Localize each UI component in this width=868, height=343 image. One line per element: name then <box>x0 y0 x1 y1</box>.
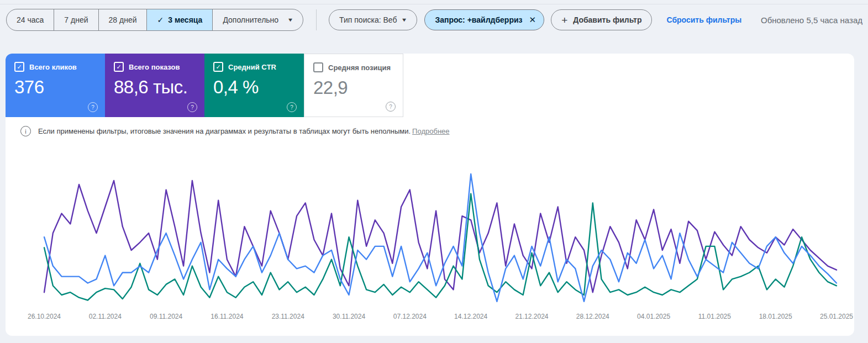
reset-filters-link[interactable]: Сбросить фильтры <box>666 15 741 24</box>
metric-card-header: ✓Средний CTR <box>213 62 295 72</box>
help-icon[interactable]: ? <box>187 102 197 112</box>
x-axis-label: 11.01.2025 <box>698 313 731 320</box>
date-range-option-2[interactable]: 7 дней <box>54 9 98 30</box>
metric-value: 22,9 <box>313 77 394 98</box>
x-axis-label: 07.12.2024 <box>393 313 427 320</box>
info-banner: i Если применены фильтры, итоговые значе… <box>20 126 854 136</box>
x-axis-label: 18.01.2025 <box>759 313 792 320</box>
chevron-down-icon: ▼ <box>401 17 408 23</box>
help-icon[interactable]: ? <box>287 102 297 112</box>
x-axis-label: 02.11.2024 <box>89 313 122 320</box>
checked-checkbox[interactable]: ✓ <box>114 62 124 72</box>
info-banner-text: Если применены фильтры, итоговые значени… <box>38 127 450 135</box>
metric-card-impressions[interactable]: ✓Всего показов88,6 тыс.? <box>105 54 204 117</box>
metric-label: Средняя позиция <box>328 64 391 72</box>
add-filter-button[interactable]: + Добавить фильтр <box>551 9 652 30</box>
metric-card-header: Средняя позиция <box>313 62 394 72</box>
filter-toolbar: 24 часа7 дней28 дней✓3 месяцаДополнитель… <box>6 9 862 31</box>
date-range-label: 24 часа <box>17 15 44 24</box>
checked-checkbox[interactable]: ✓ <box>213 62 223 72</box>
x-axis: 26.10.202402.11.202409.11.202416.11.2024… <box>15 313 844 323</box>
date-range-label: 7 дней <box>64 15 88 24</box>
close-icon[interactable]: ✕ <box>529 15 536 25</box>
search-type-filter-button[interactable]: Тип поиска: Веб ▼ <box>329 9 417 30</box>
x-axis-label: 04.01.2025 <box>637 313 670 320</box>
x-axis-label: 25.01.2025 <box>820 313 853 320</box>
query-filter-chip[interactable]: Запрос: +вайлдберриз ✕ <box>424 9 544 30</box>
unchecked-checkbox[interactable] <box>313 62 323 72</box>
metric-value: 88,6 тыс. <box>114 77 196 98</box>
metric-label: Средний CTR <box>228 63 276 71</box>
date-range-label: Дополнительно <box>223 15 278 24</box>
info-more-link[interactable]: Подробнее <box>412 127 449 135</box>
performance-chart[interactable]: 26.10.202402.11.202409.11.202416.11.2024… <box>15 171 844 328</box>
metric-card-clicks[interactable]: ✓Всего кликов376? <box>6 54 105 117</box>
add-filter-label: Добавить фильтр <box>573 15 641 24</box>
metric-label: Всего показов <box>129 63 180 71</box>
check-icon: ✓ <box>157 15 164 24</box>
metric-label: Всего кликов <box>29 63 77 71</box>
query-filter-label: Запрос: +вайлдберриз <box>435 15 522 24</box>
chart-canvas[interactable] <box>15 171 844 310</box>
date-range-option-3[interactable]: 28 дней <box>98 9 147 30</box>
date-range-group: 24 часа7 дней28 дней✓3 месяцаДополнитель… <box>6 9 303 31</box>
x-axis-label: 23.11.2024 <box>272 313 304 320</box>
date-range-option-1[interactable]: 24 часа <box>7 9 54 30</box>
metric-value: 0,4 % <box>213 77 295 98</box>
top-divider <box>0 4 868 4</box>
x-axis-label: 16.11.2024 <box>211 313 243 320</box>
x-axis-label: 26.10.2024 <box>28 313 61 320</box>
plus-icon: + <box>561 15 567 25</box>
checked-checkbox[interactable]: ✓ <box>14 62 24 72</box>
x-axis-label: 28.12.2024 <box>576 313 609 320</box>
updated-timestamp: Обновлено 5,5 часа назад <box>761 15 862 25</box>
date-range-label: 28 дней <box>109 15 137 24</box>
chevron-down-icon: ▼ <box>287 17 294 23</box>
x-axis-label: 14.12.2024 <box>454 313 487 320</box>
help-icon[interactable]: ? <box>386 102 396 112</box>
toolbar-divider <box>316 9 317 30</box>
metric-card-ctr[interactable]: ✓Средний CTR0,4 %? <box>204 54 304 117</box>
x-axis-label: 09.11.2024 <box>150 313 182 320</box>
info-text: Если применены фильтры, итоговые значени… <box>38 127 411 135</box>
metric-card-position[interactable]: Средняя позиция22,9? <box>304 54 403 117</box>
date-range-option-4[interactable]: ✓3 месяца <box>146 9 212 30</box>
date-range-label: 3 месяца <box>168 15 202 24</box>
search-type-filter-label: Тип поиска: Веб <box>339 15 397 24</box>
metric-card-header: ✓Всего показов <box>114 62 196 72</box>
date-range-option-5[interactable]: Дополнительно▼ <box>212 9 303 30</box>
x-axis-label: 21.12.2024 <box>515 313 548 320</box>
x-axis-label: 30.11.2024 <box>333 313 365 320</box>
clicks-line <box>44 174 837 302</box>
help-icon[interactable]: ? <box>88 102 98 112</box>
info-icon: i <box>20 126 31 136</box>
metric-card-header: ✓Всего кликов <box>14 62 96 72</box>
metric-value: 376 <box>14 77 96 98</box>
performance-panel: ✓Всего кликов376?✓Всего показов88,6 тыс.… <box>6 54 854 336</box>
metric-cards: ✓Всего кликов376?✓Всего показов88,6 тыс.… <box>6 54 854 117</box>
